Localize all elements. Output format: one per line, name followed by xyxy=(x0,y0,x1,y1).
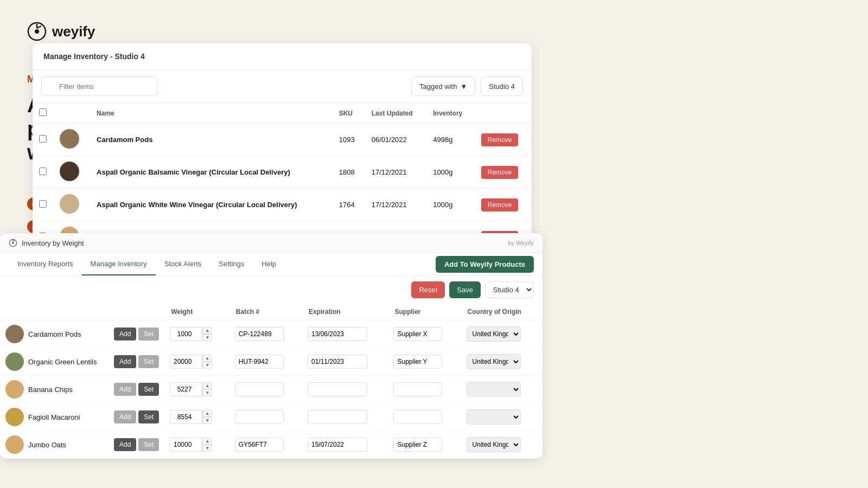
add-button-4[interactable]: Add xyxy=(114,438,136,451)
set-button-3[interactable]: Set xyxy=(138,410,159,423)
set-button-1[interactable]: Set xyxy=(138,355,159,368)
col-name-header: Name xyxy=(90,103,333,124)
weight-down-0[interactable]: ▼ xyxy=(202,334,212,341)
col-batch-header: Batch # xyxy=(229,304,302,320)
studio-select[interactable]: Studio 4 xyxy=(485,281,534,298)
row-checkbox-1[interactable] xyxy=(39,168,47,175)
add-button-1[interactable]: Add xyxy=(114,355,136,368)
batch-input-1[interactable] xyxy=(235,355,284,369)
weight-field-3: ▲ ▼ xyxy=(170,410,224,424)
inventory-weight-label: Inventory by Weight xyxy=(22,239,84,247)
batch-input-2[interactable] xyxy=(235,382,284,396)
product-inventory: 4998g xyxy=(426,124,475,156)
select-all-checkbox[interactable] xyxy=(39,108,47,116)
product-thumbnail xyxy=(60,162,79,181)
product-name: Cardamom Pods xyxy=(28,330,81,338)
weight-down-2[interactable]: ▼ xyxy=(202,389,212,396)
remove-button[interactable]: Remove xyxy=(481,133,519,146)
logo-icon xyxy=(27,22,47,41)
logo-area: weyify xyxy=(27,22,239,41)
weight-input-1[interactable] xyxy=(170,355,202,369)
set-button-2[interactable]: Set xyxy=(138,383,159,396)
expiry-input-4[interactable] xyxy=(308,438,367,452)
weight-input-4[interactable] xyxy=(170,438,202,452)
batch-input-4[interactable] xyxy=(235,438,284,452)
product-name: Fagioli Macaroni xyxy=(28,413,80,421)
weight-input-3[interactable] xyxy=(170,410,202,424)
country-select-3[interactable] xyxy=(467,409,521,425)
tab-settings[interactable]: Settings xyxy=(210,253,253,275)
weight-up-4[interactable]: ▲ xyxy=(202,438,212,445)
row-checkbox-2[interactable] xyxy=(39,200,47,208)
product-circle xyxy=(5,325,24,343)
studio-badge: Studio 4 xyxy=(481,76,523,96)
reset-button[interactable]: Reset xyxy=(411,281,445,298)
country-select-1[interactable]: United Kingd... xyxy=(467,354,521,369)
expiry-input-0[interactable] xyxy=(308,327,367,341)
batch-input-3[interactable] xyxy=(235,410,284,424)
expiry-input-1[interactable] xyxy=(308,355,367,369)
col-product-header xyxy=(0,304,108,320)
tagged-with-button[interactable]: Tagged with ▼ xyxy=(411,76,475,96)
tab-inventory-reports[interactable]: Inventory Reports xyxy=(9,253,82,275)
top-card-toolbar: 🔍 Tagged with ▼ Studio 4 xyxy=(33,70,532,103)
country-select-2[interactable] xyxy=(467,382,521,397)
product-date: 17/12/2021 xyxy=(365,156,427,189)
set-button-0[interactable]: Set xyxy=(138,328,159,341)
product-name: Aspall Organic White Wine Vinegar (Circu… xyxy=(90,189,333,221)
batch-input-0[interactable] xyxy=(235,327,284,341)
weight-down-4[interactable]: ▼ xyxy=(202,445,212,452)
add-button-0[interactable]: Add xyxy=(114,328,136,341)
weight-table: Weight Batch # Expiration Supplier Count… xyxy=(0,304,542,459)
col-sku-header: SKU xyxy=(333,103,365,124)
add-button-3[interactable]: Add xyxy=(114,410,136,423)
add-to-products-button[interactable]: Add To Weyify Products xyxy=(436,256,534,273)
weight-up-0[interactable]: ▲ xyxy=(202,327,212,334)
supplier-input-0[interactable] xyxy=(393,327,442,341)
weight-field-0: ▲ ▼ xyxy=(170,327,224,341)
product-circle xyxy=(5,380,24,399)
tab-stock-alerts[interactable]: Stock Alerts xyxy=(156,253,210,275)
weight-table-row: Banana Chips Add Set ▲ ▼ xyxy=(0,376,542,403)
chevron-down-icon: ▼ xyxy=(460,82,467,91)
product-name: Banana Chips xyxy=(28,386,73,394)
country-select-0[interactable]: United Kingd... xyxy=(467,326,521,342)
supplier-input-3[interactable] xyxy=(393,410,442,424)
weight-down-3[interactable]: ▼ xyxy=(202,417,212,424)
product-circle xyxy=(5,435,24,454)
add-button-2[interactable]: Add xyxy=(114,383,136,396)
product-name: Cardamom Pods xyxy=(90,124,333,156)
product-thumbnail xyxy=(60,129,79,149)
remove-button[interactable]: Remove xyxy=(481,198,519,211)
tab-help[interactable]: Help xyxy=(253,253,285,275)
bottom-card-topbar: Inventory by Weight by Weyify xyxy=(0,233,542,253)
row-checkbox-0[interactable] xyxy=(39,135,47,143)
bottom-actions-bar: Reset Save Studio 4 xyxy=(0,276,542,304)
weight-input-2[interactable] xyxy=(170,382,202,396)
col-date-header: Last Updated xyxy=(365,103,427,124)
supplier-input-2[interactable] xyxy=(393,382,442,396)
expiry-input-2[interactable] xyxy=(308,382,367,396)
weight-field-1: ▲ ▼ xyxy=(170,355,224,369)
bottom-card-credit: by Weyify xyxy=(508,240,534,246)
supplier-input-4[interactable] xyxy=(393,438,442,452)
product-name: Organic Green Lentils xyxy=(28,358,97,366)
weight-down-1[interactable]: ▼ xyxy=(202,362,212,369)
filter-wrap: 🔍 xyxy=(41,76,406,96)
weight-up-1[interactable]: ▲ xyxy=(202,355,212,362)
supplier-input-1[interactable] xyxy=(393,355,442,369)
save-button[interactable]: Save xyxy=(449,281,481,298)
remove-button[interactable]: Remove xyxy=(481,166,519,179)
weight-input-0[interactable] xyxy=(170,327,202,341)
weight-field-4: ▲ ▼ xyxy=(170,438,224,452)
weight-field-2: ▲ ▼ xyxy=(170,382,224,396)
table-row: Cardamom Pods 1093 06/01/2022 4998g Remo… xyxy=(33,124,532,156)
set-button-4[interactable]: Set xyxy=(138,438,159,451)
expiry-input-3[interactable] xyxy=(308,410,367,424)
country-select-4[interactable]: United Kingd... xyxy=(467,437,521,452)
weight-up-2[interactable]: ▲ xyxy=(202,382,212,389)
weight-up-3[interactable]: ▲ xyxy=(202,410,212,417)
bottom-tabs: Inventory Reports Manage Inventory Stock… xyxy=(0,253,542,276)
filter-input[interactable] xyxy=(41,76,157,96)
tab-manage-inventory[interactable]: Manage Inventory xyxy=(82,253,156,275)
